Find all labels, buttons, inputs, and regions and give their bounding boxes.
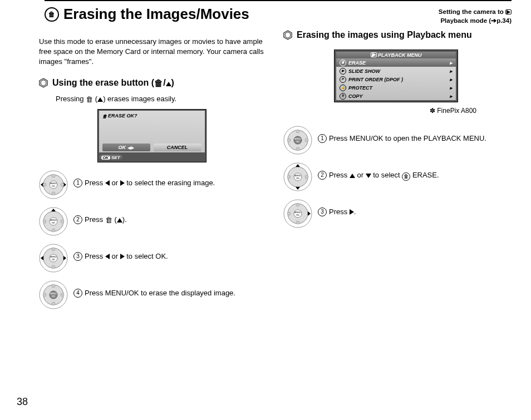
- right-icon: [350, 209, 354, 215]
- up-icon: [97, 97, 103, 102]
- svg-marker-18: [51, 209, 56, 211]
- svg-text:OK: OK: [52, 295, 55, 298]
- dpad-icon: MENUOK: [283, 126, 312, 155]
- lcd-cancel-button: CANCEL: [154, 144, 201, 151]
- svg-marker-1: [41, 80, 46, 86]
- svg-point-10: [52, 192, 55, 195]
- step-number: 2: [73, 215, 82, 224]
- lcd-playback-menu: ▶ PLAYBACK MENU 🗑ERASE ▸ ▶SLIDE SHOW ▸ P…: [334, 50, 458, 102]
- menu-item: ⎘COPY ▸: [336, 92, 456, 100]
- menu-item: 🔒PROTECT ▸: [336, 83, 456, 92]
- dpad-icon: MENUOK: [39, 207, 68, 236]
- right-icon: [120, 180, 125, 186]
- svg-point-67: [296, 221, 299, 224]
- step-number: 4: [73, 289, 82, 298]
- header-setting: Setting the camera to ▶ Playback mode (➔…: [439, 6, 512, 25]
- svg-text:OK: OK: [52, 221, 55, 224]
- playback-icon: ▶: [505, 9, 512, 14]
- section-1-heading: Using the erase button (🗑/): [39, 77, 264, 89]
- svg-point-19: [52, 229, 55, 232]
- step-number: 1: [73, 179, 82, 187]
- right-icon: [120, 254, 125, 259]
- up-icon: [350, 174, 355, 178]
- svg-point-20: [43, 220, 46, 223]
- section-2-heading: Erasing the images using Playback menu: [283, 29, 509, 41]
- trash-icon: 🗑: [45, 7, 59, 22]
- step-number: 1: [318, 134, 327, 143]
- svg-text:OK: OK: [52, 258, 55, 261]
- svg-point-9: [52, 174, 55, 177]
- left-icon: [105, 254, 110, 259]
- svg-text:OK: OK: [296, 140, 299, 143]
- lcd-erase-ok: 🗑 ERASE OK? OK ◀ ▶ CANCEL OKSET: [97, 109, 206, 162]
- svg-marker-41: [285, 32, 291, 38]
- step-row: MENUOK 1 Press MENU/OK to open the PLAYB…: [283, 126, 509, 155]
- svg-point-50: [305, 139, 308, 142]
- left-icon: [105, 180, 110, 186]
- intro-text: Use this mode to erase unnecessary image…: [39, 37, 264, 67]
- step-row: MENUOK 2 Press or to select 🗑 ERASE.: [283, 162, 509, 191]
- svg-point-68: [287, 212, 291, 215]
- svg-point-66: [296, 203, 299, 206]
- lcd-ok-button: OK ◀ ▶: [102, 144, 150, 151]
- step-row: MENUOK 1 Press or to select the erasing …: [39, 170, 264, 199]
- step-row: MENUOK 2 Press 🗑 ().: [39, 207, 264, 236]
- svg-point-30: [52, 265, 55, 269]
- hexagon-icon: [283, 30, 292, 40]
- svg-marker-57: [296, 187, 300, 190]
- svg-point-29: [52, 248, 55, 251]
- up-icon: [117, 218, 122, 223]
- svg-text:OK: OK: [52, 185, 55, 187]
- svg-point-36: [52, 284, 55, 288]
- svg-text:OK: OK: [296, 177, 299, 180]
- step-row: MENUOK 3 Press .: [283, 199, 509, 228]
- step-number: 3: [73, 252, 82, 261]
- svg-point-12: [61, 183, 64, 186]
- page-number: 38: [17, 396, 28, 408]
- menu-item-erase: 🗑ERASE ▸: [336, 58, 456, 67]
- step-number: 2: [318, 171, 327, 180]
- page-title: 🗑 Erasing the Images/Movies: [45, 6, 249, 23]
- svg-marker-28: [63, 256, 66, 260]
- menu-item: ▶SLIDE SHOW ▸: [336, 67, 456, 75]
- hexagon-icon: [39, 78, 48, 88]
- svg-point-59: [305, 175, 308, 179]
- svg-point-58: [287, 175, 291, 179]
- svg-point-48: [296, 147, 299, 151]
- trash-icon: 🗑: [402, 172, 410, 181]
- menu-item: PPRINT ORDER (DPOF ) ▸: [336, 75, 456, 83]
- dpad-icon: MENUOK: [39, 170, 68, 199]
- svg-point-38: [43, 293, 46, 297]
- down-icon: [366, 174, 371, 178]
- svg-point-37: [52, 302, 55, 305]
- svg-point-49: [287, 139, 291, 142]
- svg-marker-27: [41, 256, 43, 260]
- svg-point-21: [61, 220, 64, 223]
- dpad-icon: MENUOK: [39, 244, 68, 273]
- up-icon: [166, 82, 171, 86]
- svg-point-11: [43, 183, 46, 186]
- step-row: MENUOK 4 Press MENU/OK to erase the disp…: [39, 280, 264, 309]
- section-1-sub: Pressing 🗑 () erases images easily.: [56, 95, 264, 103]
- title-text: Erasing the Images/Movies: [63, 6, 249, 23]
- svg-marker-56: [296, 164, 300, 167]
- model-note: ✽ FinePix A800: [283, 107, 476, 115]
- svg-point-39: [61, 293, 64, 297]
- svg-marker-65: [308, 211, 311, 216]
- step-row: MENUOK 3 Press or to select OK.: [39, 244, 264, 273]
- dpad-icon: MENUOK: [39, 280, 68, 309]
- svg-text:OK: OK: [296, 214, 299, 216]
- dpad-icon: MENUOK: [283, 162, 312, 191]
- dpad-icon: MENUOK: [283, 199, 312, 228]
- step-number: 3: [318, 207, 327, 216]
- svg-point-47: [296, 130, 299, 133]
